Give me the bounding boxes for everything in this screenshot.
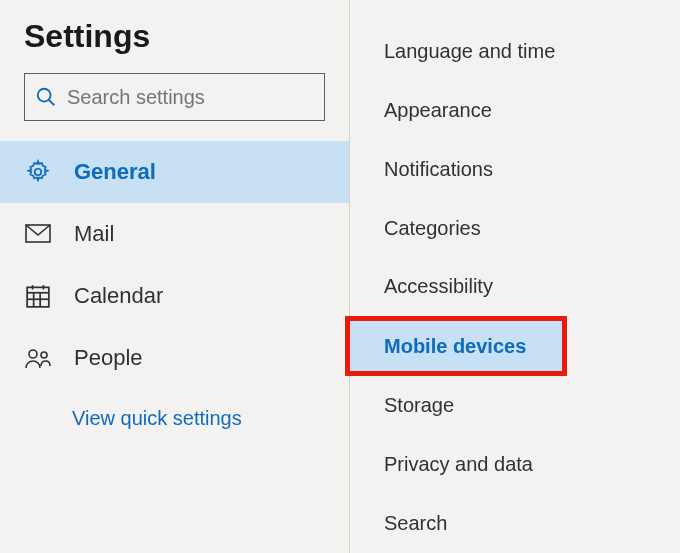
- view-quick-settings-link[interactable]: View quick settings: [72, 407, 242, 429]
- nav-item-general[interactable]: General: [0, 141, 349, 203]
- quick-link-wrap: View quick settings: [0, 389, 349, 430]
- nav-item-calendar[interactable]: Calendar: [0, 265, 349, 327]
- nav-label: People: [74, 345, 143, 371]
- calendar-icon: [24, 283, 52, 309]
- svg-rect-4: [27, 287, 49, 307]
- svg-point-0: [38, 89, 51, 102]
- sub-item-categories[interactable]: Categories: [350, 199, 680, 258]
- nav-label: Mail: [74, 221, 114, 247]
- sub-item-language-time[interactable]: Language and time: [350, 22, 680, 81]
- mail-icon: [24, 224, 52, 244]
- sub-item-mobile-devices[interactable]: Mobile devices: [350, 321, 562, 371]
- sub-item-accessibility[interactable]: Accessibility: [350, 258, 680, 317]
- search-wrap: [0, 73, 349, 141]
- sub-item-search[interactable]: Search: [350, 494, 680, 553]
- page-title: Settings: [0, 18, 349, 55]
- nav-label: General: [74, 159, 156, 185]
- nav-item-mail[interactable]: Mail: [0, 203, 349, 265]
- nav-item-people[interactable]: People: [0, 327, 349, 389]
- sub-item-storage[interactable]: Storage: [350, 376, 680, 435]
- svg-point-2: [35, 169, 42, 176]
- nav-label: Calendar: [74, 283, 163, 309]
- settings-left-panel: Settings General Ma: [0, 0, 350, 553]
- sub-item-appearance[interactable]: Appearance: [350, 81, 680, 140]
- search-icon: [35, 86, 57, 108]
- settings-sub-panel: Language and time Appearance Notificatio…: [350, 0, 680, 553]
- gear-icon: [24, 159, 52, 185]
- search-input[interactable]: [67, 86, 314, 109]
- highlight-annotation: Mobile devices: [345, 316, 567, 376]
- svg-point-11: [29, 350, 37, 358]
- sub-item-notifications[interactable]: Notifications: [350, 140, 680, 199]
- sub-item-privacy-data[interactable]: Privacy and data: [350, 435, 680, 494]
- svg-line-1: [49, 100, 55, 106]
- search-box[interactable]: [24, 73, 325, 121]
- svg-point-12: [41, 352, 47, 358]
- people-icon: [24, 346, 52, 370]
